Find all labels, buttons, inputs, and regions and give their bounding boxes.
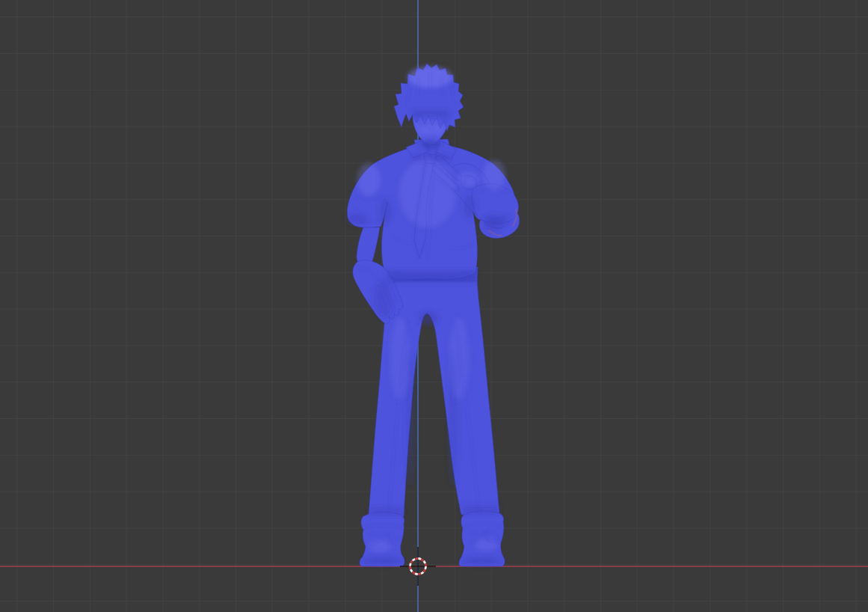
viewport-canvas[interactable] <box>0 0 868 612</box>
3d-viewport[interactable] <box>0 0 868 612</box>
